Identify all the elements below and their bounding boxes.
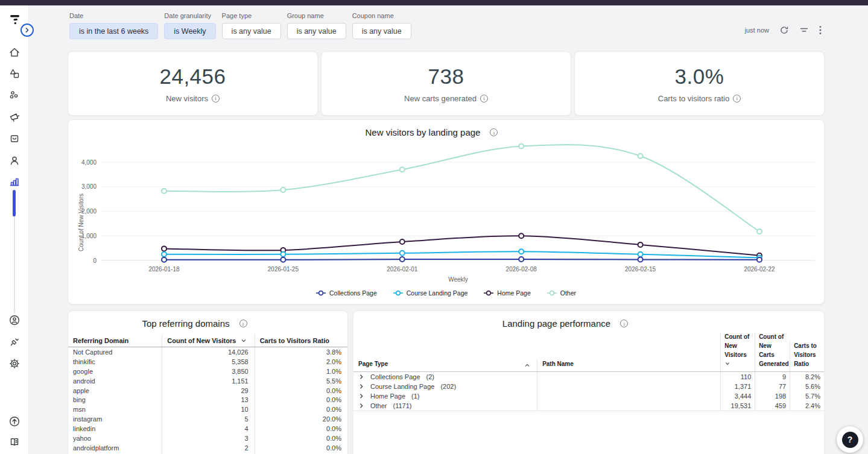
data-point[interactable] [519,257,524,262]
coupon-name-filter-chip[interactable]: is any value [352,23,411,39]
table-row[interactable]: Course Landing Page(202)1,371775.6% [353,382,824,391]
table-row[interactable]: bing130.0% [68,395,347,405]
table-row[interactable]: yahoo30.0% [68,434,347,443]
table-row[interactable]: android1,1515.5% [68,376,347,386]
visitors-count-cell: 14,026 [162,347,254,357]
visitors-count-cell: 3,444 [720,391,755,401]
table-row[interactable]: androidplatform20.0% [68,443,347,453]
sidebar-item-account[interactable] [7,313,22,327]
ratio-cell: 5.6% [790,382,824,391]
info-icon[interactable] [620,320,628,327]
orders-icon [8,133,21,145]
sidebar-item-design[interactable] [7,66,22,81]
data-point[interactable] [162,189,166,194]
expand-row-icon[interactable] [358,393,364,399]
sidebar-item-marketing[interactable] [7,110,22,124]
chart-title: New visitors by landing page [366,127,481,137]
data-point[interactable] [162,257,166,262]
data-point[interactable] [519,144,524,149]
legend-item-course-landing-page[interactable]: Course Landing Page [393,289,468,297]
visitors-count-cell: 3 [162,434,254,443]
column-header-count-of-new-visitors[interactable]: Count of New Visitors [720,332,755,371]
data-point[interactable] [519,249,524,254]
column-header-count-of-new-visitors[interactable]: Count of New Visitors [162,334,254,347]
thinkific-logo[interactable] [7,13,22,27]
data-point[interactable] [638,252,643,257]
data-point[interactable] [638,242,643,247]
help-button[interactable] [837,426,863,453]
data-point[interactable] [280,252,285,257]
table-row[interactable]: Home Page(1)3,4441985.7% [353,391,824,401]
legend-item-home-page[interactable]: Home Page [484,289,530,297]
data-point[interactable] [400,239,405,244]
date-filter-chip[interactable]: is in the last 6 weeks [69,23,158,39]
filter-label: Date granularity [164,12,215,19]
expand-row-icon[interactable] [358,383,364,389]
data-point[interactable] [162,246,166,251]
sidebar-item-upgrade[interactable] [7,414,22,429]
more-options-button[interactable] [819,25,822,35]
table-row[interactable]: google3,8501.0% [68,367,347,376]
table-row[interactable]: Other(1171)19,5314592.4% [353,401,824,411]
info-icon[interactable] [490,128,498,136]
column-header-carts-to-visitors-ratio[interactable]: Carts to Visitors Ratio [790,341,824,371]
data-point[interactable] [280,188,285,192]
dashboard-filters-button[interactable] [799,25,809,35]
column-header-page-type[interactable]: Page Type [353,359,537,371]
data-point[interactable] [400,251,405,256]
y-tick-label: 4,000 [81,159,97,166]
data-point[interactable] [757,229,762,234]
sidebar-expand-button[interactable] [21,24,34,37]
info-icon[interactable] [212,95,220,102]
kpi-row: 24,456 New visitors 738 New carts genera… [68,51,825,116]
data-point[interactable] [519,233,524,238]
expand-row-icon[interactable] [358,403,364,409]
legend-item-other[interactable]: Other [547,289,576,297]
y-tick-label: 3,000 [81,183,97,190]
table-row[interactable]: msn100.0% [68,405,347,414]
data-point[interactable] [400,257,405,262]
expand-row-icon[interactable] [358,374,364,380]
data-point[interactable] [757,257,762,262]
table-row[interactable]: thinkific5,3582.0% [68,357,347,367]
group-name-filter-chip[interactable]: is any value [287,23,346,39]
sidebar-item-home[interactable] [7,45,22,60]
top-strip [0,0,868,5]
page-type-filter-chip[interactable]: is any value [222,23,281,39]
data-point[interactable] [638,154,643,159]
table-row[interactable]: Collections Page(2)11098.2% [353,372,824,382]
data-point[interactable] [400,167,405,172]
data-point[interactable] [162,252,166,257]
sidebar-item-docs[interactable] [7,435,22,449]
sidebar-item-analytics[interactable] [7,175,22,189]
page-type-name: Other [370,402,387,409]
table-row[interactable]: apple290.0% [68,386,347,396]
visitors-count-cell: 5 [162,414,254,424]
legend-item-collections-page[interactable]: Collections Page [316,289,377,297]
filter-label: Date [69,12,158,19]
products-icon [8,89,21,101]
table-row[interactable]: instagram520.0% [68,414,347,424]
sidebar-item-users[interactable] [7,153,22,168]
data-point[interactable] [280,257,285,262]
sidebar-item-apps[interactable] [7,335,22,349]
date-granularity-filter-chip[interactable]: is Weekly [164,23,215,39]
column-header-count-of-new-carts-generated[interactable]: Count of New Carts Generated [755,332,790,371]
sidebar-scrollbar-thumb[interactable] [13,190,16,216]
path-name-cell [537,372,720,382]
account-icon [8,314,21,326]
sidebar-item-settings[interactable] [7,356,22,371]
sidebar-item-orders[interactable] [7,131,22,146]
column-header-carts-to-visitors-ratio[interactable]: Carts to Visitors Ratio [255,334,347,347]
data-point[interactable] [638,257,643,262]
column-header-referring-domain[interactable]: Referring Domain [68,334,162,347]
table-title: Landing page performance [502,318,610,329]
table-row[interactable]: linkedin40.0% [68,424,347,434]
info-icon[interactable] [480,95,488,102]
sidebar-item-products[interactable] [7,88,22,102]
refresh-button[interactable] [779,25,789,35]
info-icon[interactable] [733,95,741,102]
table-row[interactable]: Not Captured14,0263.8% [68,347,347,357]
column-header-path-name[interactable]: Path Name [537,359,720,371]
info-icon[interactable] [239,320,247,327]
